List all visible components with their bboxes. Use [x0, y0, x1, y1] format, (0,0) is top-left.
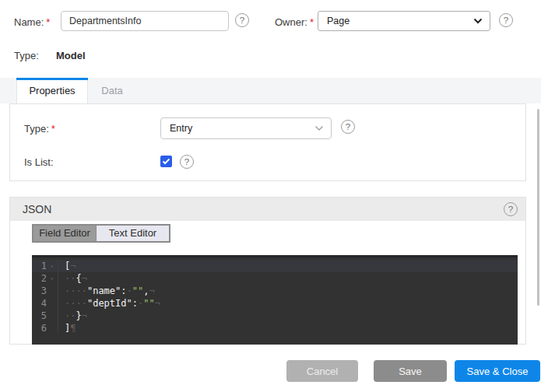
code-text: ]¶	[58, 322, 76, 334]
question-mark: ?	[508, 205, 513, 214]
owner-help-icon[interactable]: ?	[499, 13, 513, 27]
code-line[interactable]: 5··}¬	[32, 310, 518, 322]
cancel-button[interactable]: Cancel	[286, 360, 358, 382]
line-number: 4	[32, 297, 47, 310]
save-button[interactable]: Save	[374, 360, 447, 382]
chevron-down-icon	[314, 125, 324, 131]
prop-type-select-value: Entry	[170, 123, 192, 134]
prop-type-label: Type:*	[24, 123, 55, 135]
tab-strip: Properties Data	[0, 78, 541, 103]
field-editor-button[interactable]: Field Editor	[33, 226, 96, 241]
name-label: Name:*	[14, 16, 50, 28]
line-number: 3	[32, 285, 47, 297]
editor-mode-switch: Field Editor Text Editor	[32, 224, 170, 243]
name-input[interactable]	[61, 11, 229, 31]
chevron-down-icon	[473, 18, 483, 24]
code-line[interactable]: 4····"deptId":·""¬	[32, 297, 518, 310]
code-text: ····"deptId":·""¬	[58, 297, 160, 310]
json-code-editor[interactable]: 1▾[¬2▾··{¬3····"name":·"",¬4····"deptId"…	[32, 255, 518, 345]
code-area: 1▾[¬2▾··{¬3····"name":·"",¬4····"deptId"…	[32, 260, 518, 334]
question-mark: ?	[240, 16, 244, 25]
fold-spacer	[47, 285, 58, 297]
code-line[interactable]: 2▾··{¬	[32, 272, 518, 285]
tab-label: Data	[101, 85, 122, 96]
text-editor-button[interactable]: Text Editor	[96, 226, 169, 241]
question-mark: ?	[346, 122, 350, 131]
name-help-icon[interactable]: ?	[235, 13, 249, 27]
islist-checkbox[interactable]	[160, 156, 172, 167]
tab-label: Properties	[29, 85, 75, 96]
gutter: 4	[32, 297, 58, 310]
save-and-close-button[interactable]: Save & Close	[455, 360, 540, 382]
gutter: 2▾	[32, 272, 58, 285]
properties-panel: Type:* Entry ? Is List: ?	[9, 103, 526, 181]
gutter: 3	[32, 285, 58, 297]
code-text: ··}¬	[58, 310, 87, 322]
json-section-title: JSON	[23, 203, 51, 215]
fold-spacer	[47, 297, 58, 310]
code-line[interactable]: 3····"name":·"",¬	[32, 285, 518, 297]
owner-select-value: Page	[327, 16, 350, 26]
line-number: 5	[32, 310, 47, 322]
required-asterisk: *	[46, 16, 50, 28]
fold-caret-icon[interactable]: ▾	[47, 272, 58, 285]
prop-type-select[interactable]: Entry	[160, 117, 332, 139]
gutter: 1▾	[32, 260, 58, 272]
question-mark: ?	[184, 157, 189, 166]
json-panel: JSON ? Field Editor Text Editor 1▾[¬2▾··…	[9, 197, 526, 345]
line-number: 1	[32, 260, 47, 272]
question-mark: ?	[504, 16, 508, 25]
code-text: ··{¬	[58, 272, 87, 285]
json-section-header: JSON ?	[10, 198, 525, 221]
vertical-scrollbar-thumb[interactable]	[537, 109, 539, 306]
required-asterisk: *	[51, 123, 55, 135]
gutter: 6	[32, 322, 58, 334]
line-number: 2	[32, 272, 47, 285]
tab-properties[interactable]: Properties	[16, 78, 88, 103]
owner-label: Owner:*	[275, 16, 314, 28]
json-help-icon[interactable]: ?	[504, 202, 518, 216]
type-value: Model	[56, 50, 86, 61]
owner-select[interactable]: Page	[318, 11, 490, 31]
fold-caret-icon[interactable]: ▾	[47, 260, 58, 272]
fold-spacer	[47, 322, 58, 334]
prop-type-help-icon[interactable]: ?	[341, 120, 355, 134]
check-icon	[162, 158, 170, 165]
type-label: Type:	[14, 50, 39, 61]
code-line[interactable]: 1▾[¬	[32, 260, 518, 272]
gutter: 5	[32, 310, 58, 322]
islist-help-icon[interactable]: ?	[180, 155, 194, 169]
code-line[interactable]: 6]¶	[32, 322, 518, 334]
required-asterisk: *	[310, 16, 314, 28]
tab-data[interactable]: Data	[88, 78, 136, 103]
code-text: ····"name":·"",¬	[58, 285, 155, 297]
fold-spacer	[47, 310, 58, 322]
islist-label: Is List:	[24, 156, 54, 168]
code-text: [¬	[58, 260, 76, 272]
line-number: 6	[32, 322, 47, 334]
